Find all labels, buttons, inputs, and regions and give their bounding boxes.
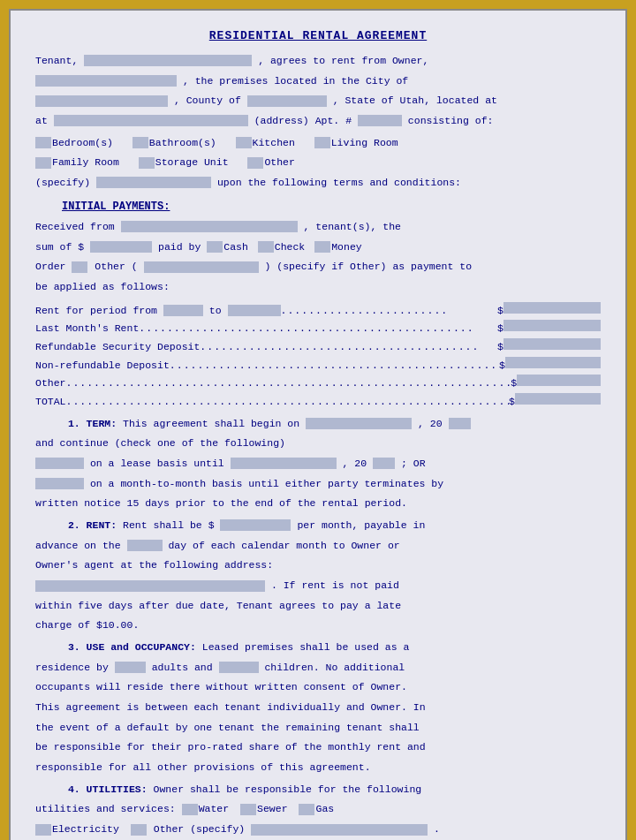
tenant-name-input[interactable]	[84, 55, 252, 66]
money-checkbox[interactable]	[314, 241, 330, 253]
address-input[interactable]	[54, 115, 248, 126]
storage-checkbox[interactable]	[139, 157, 155, 169]
money-label: Money	[331, 241, 362, 253]
per-month-label: per month, payable in	[297, 519, 425, 531]
utilities-text: Owner shall be responsible for the follo…	[154, 783, 422, 795]
cash-checkbox[interactable]	[207, 241, 223, 253]
sum-input[interactable]	[90, 241, 152, 253]
lease-until-input[interactable]	[231, 458, 337, 469]
other-checkbox[interactable]	[247, 157, 263, 169]
term-begin-input[interactable]	[306, 418, 412, 429]
total-label: TOTAL	[35, 395, 66, 410]
total-input[interactable]	[515, 393, 601, 405]
lease-year-label: , 20	[343, 458, 367, 469]
cash-label: Cash	[223, 241, 248, 253]
utilities-line3: Electricity Other (specify) .	[35, 822, 601, 837]
bedroom-checkbox[interactable]	[35, 137, 51, 148]
term-text: This agreement shall begin on	[123, 418, 299, 429]
use-line1: 3. USE and OCCUPANCY: Leased premises sh…	[35, 640, 601, 655]
rent-from-input[interactable]	[163, 305, 203, 316]
day-of-label: day of each calendar month to Owner or	[168, 540, 399, 551]
owner-address-input[interactable]	[35, 580, 265, 592]
nonref-dollar: $	[499, 359, 505, 374]
utilities-heading: 4. UTILITIES:	[68, 783, 148, 795]
family-room-checkbox[interactable]	[35, 157, 51, 169]
kitchen-checkbox[interactable]	[236, 137, 252, 148]
rent-dollar: $	[497, 304, 504, 319]
received-line: Received from , tenant(s), the	[35, 220, 601, 235]
other-utilities1-checkbox[interactable]	[131, 824, 147, 836]
page-title: RESIDENTIAL RENTAL AGREEMENT	[35, 28, 601, 45]
use-line2: residence by adults and children. No add…	[35, 661, 601, 676]
non-refundable-row: Non-refundable Deposit .................…	[35, 357, 601, 374]
county-input[interactable]	[247, 95, 327, 107]
month-to-month-label: on a month-to-month basis until either p…	[90, 478, 443, 489]
period1: .	[434, 823, 440, 835]
other-utilities1-label: Other (specify)	[154, 823, 246, 835]
term-heading: 1. TERM:	[68, 418, 117, 429]
last-months-rent-row: Last Month's Rent ......................…	[35, 320, 601, 337]
use-heading: 3. USE and OCCUPANCY:	[68, 641, 196, 653]
county-text: , County of	[174, 95, 241, 106]
day-input[interactable]	[127, 540, 163, 551]
address-line: at (address) Apt. # consisting of:	[35, 114, 601, 129]
security-input[interactable]	[504, 338, 601, 350]
features-line2: Family Room Storage Unit Other	[35, 155, 601, 170]
dots2: ........................................…	[139, 322, 497, 337]
bathroom-label: Bathroom(s)	[149, 137, 216, 148]
rent-amount2-input[interactable]	[220, 519, 291, 531]
other-dollar: $	[511, 376, 517, 391]
features-line1: Bedroom(s) Bathroom(s) Kitchen Living Ro…	[35, 136, 601, 151]
received-label: Received from	[35, 221, 115, 232]
city-input[interactable]	[35, 95, 168, 107]
non-refundable-input[interactable]	[505, 357, 601, 368]
term-line1: 1. TERM: This agreement shall begin on ,…	[35, 417, 601, 432]
gas1-checkbox[interactable]	[299, 804, 314, 815]
last-months-input[interactable]	[504, 320, 601, 331]
at-label: at	[35, 115, 54, 126]
order-label: Order	[35, 261, 66, 272]
tenant-received-input[interactable]	[121, 221, 298, 232]
applied-line: be applied as follows:	[35, 280, 601, 295]
bathroom-checkbox[interactable]	[132, 137, 148, 148]
rent-amount-input[interactable]	[504, 302, 601, 314]
other-row-input[interactable]	[517, 375, 601, 386]
advance-on-label: advance on the	[35, 540, 121, 551]
rent-to-input[interactable]	[228, 305, 281, 316]
last-months-label: Last Month's Rent	[35, 322, 139, 337]
other-payment-input[interactable]	[144, 261, 259, 273]
other-payment-checkbox[interactable]	[72, 261, 87, 273]
other-utilities1-input[interactable]	[251, 824, 428, 836]
lease-check-input[interactable]	[35, 458, 84, 469]
storage-label: Storage Unit	[155, 156, 229, 168]
dots5: ........................................…	[66, 376, 511, 391]
paid-by-label: paid by	[158, 241, 201, 253]
owner-name-input[interactable]	[35, 75, 177, 87]
other-row-label: Other	[35, 376, 66, 391]
electricity1-checkbox[interactable]	[35, 824, 51, 836]
sewer1-checkbox[interactable]	[240, 804, 256, 815]
dots3: ........................................	[200, 340, 497, 355]
if-rent-label: . If rent is not paid	[271, 579, 399, 591]
children-input[interactable]	[219, 662, 259, 673]
water1-checkbox[interactable]	[182, 804, 198, 815]
living-room-checkbox[interactable]	[314, 137, 330, 148]
term-year-input[interactable]	[449, 418, 471, 429]
electricity1-label: Electricity	[52, 823, 119, 835]
month-check-input[interactable]	[35, 478, 84, 489]
apt-input[interactable]	[358, 115, 402, 126]
rent-section: 2. RENT: Rent shall be $ per month, paya…	[35, 518, 601, 633]
family-room-label: Family Room	[52, 156, 119, 168]
use-line7: responsible for all other provisions of …	[35, 761, 601, 776]
other-specify-input[interactable]	[96, 177, 211, 188]
lease-year-input[interactable]	[373, 458, 395, 469]
rent-line5: within five days after due date, Tenant …	[35, 599, 601, 614]
security-label: Refundable Security Deposit	[35, 340, 200, 355]
kitchen-label: Kitchen	[253, 137, 295, 148]
specify-label: (specify)	[35, 177, 90, 188]
specify-if-other: ) (specify if Other) as payment to	[264, 261, 472, 272]
children-label: children. No additional	[264, 662, 405, 673]
adults-label: adults and	[152, 662, 213, 673]
check-checkbox[interactable]	[258, 241, 274, 253]
adults-input[interactable]	[115, 662, 146, 673]
